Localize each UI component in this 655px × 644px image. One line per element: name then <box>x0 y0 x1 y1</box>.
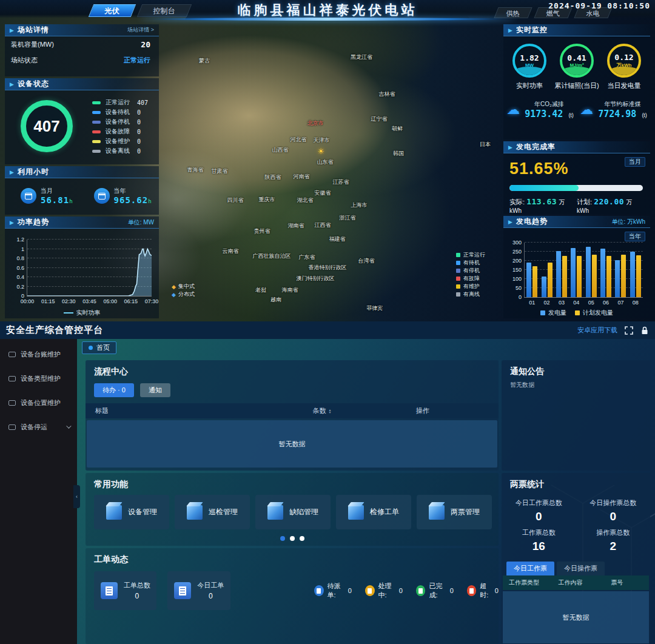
document-icon <box>174 582 191 599</box>
quick-function-card[interactable]: 检修工单 <box>336 495 411 529</box>
legend-swatch <box>92 150 101 153</box>
map-province-label: 福建省 <box>318 236 357 242</box>
solar-nav-tab[interactable]: 控制台 <box>137 4 192 17</box>
map-legend-item: 正常运行 <box>456 251 485 259</box>
y-tick-label: 0.2 <box>16 284 24 290</box>
android-download-link[interactable]: 安卓应用下载 <box>577 326 617 335</box>
ticket-stat-label: 今日工作票总数 <box>502 498 576 508</box>
quick-function-card[interactable]: 两票管理 <box>417 495 492 529</box>
station-marker-icon[interactable]: ☀ <box>317 147 324 156</box>
map-mode-item[interactable]: ◆集中式 <box>172 283 195 290</box>
legend-item: 计划发电量 <box>575 309 613 317</box>
y-tick-label: 1.2 <box>16 236 24 243</box>
status-label: 超时: <box>480 582 493 600</box>
status-dot-icon <box>314 585 324 596</box>
device-legend-item: 设备停机0 <box>92 117 148 127</box>
ticket-tab[interactable]: 今日操作票 <box>557 562 605 575</box>
y-tick-label: 200 <box>512 258 522 264</box>
arrow-icon: ▶ <box>508 144 512 150</box>
map-province-label: 香港特别行政区 <box>308 264 347 270</box>
function-cube-icon <box>267 505 283 520</box>
quick-function-card[interactable]: 缺陷管理 <box>255 495 331 529</box>
y-tick-label: 0 <box>519 294 522 300</box>
title-underline-decoration <box>139 18 516 21</box>
y-tick-label: 0.4 <box>16 274 24 280</box>
env-stat: ☁年节约标准煤7724.98 (t) <box>580 100 647 119</box>
legend-label: 有维护 <box>463 283 480 290</box>
unit-label: 单位: MW <box>128 218 154 227</box>
panel-generation-trend: ▶ 发电趋势 单位: 万kWh 当年 050100150200250300010… <box>503 216 650 318</box>
status-dot-icon <box>365 585 375 596</box>
realtime-gauge: 1.82MW实时功率 <box>506 44 553 90</box>
work-order-stat-card[interactable]: 今日工单0 <box>167 571 230 610</box>
x-tick-label: 07 <box>617 300 623 306</box>
trend-bar <box>592 255 597 298</box>
flow-filter-button[interactable]: 通知 <box>140 383 170 397</box>
env-stat: ☁年CO₂减排9173.42 (t) <box>506 100 574 119</box>
legend-label: 设备停机 <box>106 118 137 126</box>
stat-value: 0 <box>124 592 150 600</box>
carousel-dot[interactable] <box>300 536 304 541</box>
sidebar-collapse-handle[interactable]: ‹ <box>73 485 80 508</box>
quick-function-card[interactable]: 巡检管理 <box>175 495 250 529</box>
sidebar-item[interactable]: 设备类型维护 <box>0 369 77 387</box>
env-text: 年CO₂减排9173.42 (t) <box>525 100 574 119</box>
flow-filter-button[interactable]: 待办 · 0 <box>94 383 134 397</box>
function-cube-icon <box>348 505 364 520</box>
sidebar-item[interactable]: 设备台账维护 <box>0 345 77 363</box>
row-label: 场站状态 <box>11 56 38 65</box>
legend-swatch <box>456 277 460 281</box>
fullscreen-icon[interactable] <box>625 326 633 335</box>
legend-swatch <box>540 310 545 315</box>
map-province-label: 云南省 <box>211 248 250 254</box>
sidebar-item[interactable]: 设备位置维护 <box>0 394 77 412</box>
column-header: 工作内容 <box>559 579 611 587</box>
work-order-stat-card[interactable]: 工单总数0 <box>94 571 156 610</box>
y-tick-label: 0.6 <box>16 265 24 271</box>
solar-nav-tab[interactable]: 光伏 <box>89 4 136 17</box>
ticket-stat-value: 2 <box>576 540 651 553</box>
map-province-label: 江西省 <box>303 222 342 228</box>
map-province-label: 黑龙江省 <box>342 54 381 60</box>
order-status-row: 待派单: 0处理中: 0已完成: 0超时: 0 <box>314 582 499 600</box>
quick-function-card[interactable]: 设备管理 <box>94 495 169 529</box>
map-province-label: 台湾省 <box>347 258 386 264</box>
station-detail-link[interactable]: 场站详情 > <box>127 26 154 34</box>
device-icon <box>8 376 16 381</box>
ticket-tab[interactable]: 今日工作票 <box>506 562 554 575</box>
map-legend-item: 有停机 <box>456 267 485 275</box>
legend-swatch <box>92 111 101 114</box>
panel-title: 利用小时 <box>18 167 49 177</box>
legend-item: 发电量 <box>540 309 566 317</box>
generation-trend-chart: 0501001502002503000102030405060708 <box>524 243 643 298</box>
gauge-label: 累计辐照(当日) <box>554 81 599 90</box>
cloud-icon: ☁ <box>506 102 520 118</box>
env-label: 年CO₂减排 <box>525 100 574 109</box>
row-value: 20 <box>141 40 150 49</box>
calendar-icon <box>21 188 36 204</box>
function-label: 设备管理 <box>128 507 157 517</box>
trend-bar <box>556 251 561 297</box>
lock-icon[interactable] <box>640 326 649 335</box>
ticket-stat: 工作票总数16 <box>502 523 576 553</box>
column-header[interactable]: 条数▲▼ <box>313 406 416 415</box>
sort-icon[interactable]: ▲▼ <box>329 409 332 414</box>
gauge-unit: MW <box>525 62 534 68</box>
tab-dot-icon <box>89 346 93 350</box>
tab-home[interactable]: 首页 <box>82 341 116 354</box>
device-total: 407 <box>33 117 59 136</box>
sidebar-item[interactable]: 设备停运 <box>0 418 77 436</box>
utility-nav-tab[interactable]: 供热 <box>494 7 532 18</box>
ticket-stat-label: 操作票总数 <box>576 528 651 537</box>
map-mode-item[interactable]: ◆分布式 <box>172 290 195 298</box>
map-province-label: 越南 <box>257 297 295 303</box>
x-tick-label: 07:30 <box>145 298 159 304</box>
carousel-dot[interactable] <box>290 536 295 541</box>
gauge-circle: 0.41MJ/m² <box>560 44 594 78</box>
carousel-dot[interactable] <box>280 536 285 541</box>
x-tick-label: 08 <box>633 300 639 306</box>
card-title: 工单动态 <box>86 548 499 565</box>
status-value: 0 <box>448 587 454 594</box>
arrow-icon: ▶ <box>10 220 14 226</box>
panel-power-trend: ▶ 功率趋势 单位: MW 00.20.40.60.811.200:0001:1… <box>5 216 159 318</box>
